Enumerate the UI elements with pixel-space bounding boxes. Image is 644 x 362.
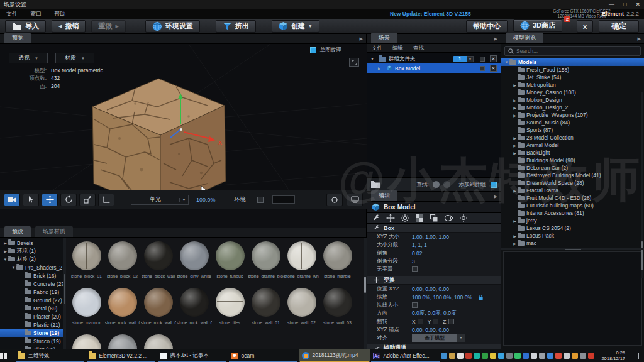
preset-tree-item[interactable]: ▶ 环境 (1) (0, 247, 63, 255)
model-tree-item[interactable]: DreamWorld Space (28) (501, 179, 644, 187)
fullscreen-button[interactable] (349, 58, 359, 67)
model-tree-item[interactable]: ▶ BackLight (501, 149, 644, 156)
material-sphere[interactable] (323, 241, 352, 270)
environment-color-swatch[interactable] (272, 195, 295, 204)
tab-model-browser[interactable]: 模型浏览 (506, 33, 543, 43)
taskbar-app[interactable]: 三维特效 (14, 349, 86, 362)
material-thumbnail[interactable]: stone_wall_02 (284, 286, 319, 332)
material-thumbnail[interactable]: stone_granite_bloc (248, 239, 284, 286)
ok-button[interactable]: 确定 (599, 20, 639, 33)
preset-tree-item[interactable]: ▶ Bevels (0, 239, 63, 247)
material-sphere[interactable] (287, 241, 316, 270)
material-thumbnail[interactable]: stone_tiles (212, 286, 248, 332)
material-thumbnail[interactable]: stone_marmor (69, 286, 104, 332)
material-thumbnail[interactable]: stone_block_02 (104, 239, 140, 286)
gear-effects-icon[interactable] (401, 214, 409, 222)
model-tree-item[interactable]: ▶ mac (501, 239, 644, 246)
normal-size-checkbox[interactable] (412, 302, 418, 308)
bevel-sphere-icon[interactable] (444, 214, 453, 222)
model-tree-item[interactable]: ▶ 28 Model Collection (501, 134, 644, 141)
axis-tool-button[interactable] (98, 194, 114, 206)
store-button[interactable]: 3D商店 (513, 19, 562, 32)
prop-value[interactable]: 0.00, 0.00, 0.00 (412, 327, 449, 333)
tree-arrow-icon[interactable]: ▼ (11, 266, 16, 270)
flip-z-checkbox[interactable] (448, 319, 454, 324)
notification-center-icon[interactable] (631, 353, 639, 359)
model-tree-item[interactable]: Fruit Model C4D - E3D (28) (501, 194, 644, 202)
flip-y-checkbox[interactable] (433, 319, 438, 324)
tab-scene-materials[interactable]: 场景材质 (35, 226, 73, 237)
model-tree-item[interactable]: ▼ Models (501, 58, 644, 66)
wrench-icon[interactable] (372, 214, 380, 222)
start-button[interactable] (0, 349, 7, 362)
material-thumbnail[interactable]: stone_rock_wall_0 (140, 286, 176, 332)
import-button[interactable]: 导入 (5, 20, 46, 33)
model-tree-item[interactable]: ▶ Animal Model (501, 141, 644, 149)
tray-icon[interactable] (572, 353, 578, 359)
tray-icon[interactable] (498, 353, 504, 359)
redo-button[interactable]: 重做▶ (91, 20, 125, 33)
maximize-button[interactable]: □ (623, 1, 626, 8)
tray-icon[interactable] (555, 353, 562, 359)
tree-arrow-icon[interactable]: ▶ (512, 151, 518, 155)
scene-model-row[interactable]: ▶ Box Model ✕ (367, 63, 501, 73)
model-tree-item[interactable]: ▶ Projectile_Weapons (107) (501, 111, 644, 119)
model-tree-item[interactable]: Jet_Strike (54) (501, 74, 644, 81)
preset-tree-item[interactable]: Plaster (20) (0, 312, 63, 321)
search-input[interactable] (516, 48, 623, 54)
preset-tree-item[interactable]: Stucco (19) (0, 337, 63, 345)
tree-arrow-icon[interactable]: ▶ (512, 106, 518, 110)
move-tool-button[interactable] (42, 194, 58, 206)
prop-value[interactable]: 0.0度, 0.0度, 0.0度 (412, 310, 456, 317)
minimize-button[interactable]: — (609, 1, 614, 8)
tray-icon[interactable] (457, 353, 464, 359)
tray-icon[interactable] (580, 353, 586, 359)
preset-tree-item[interactable]: ▼ Pro_Shaders_2 (0, 263, 63, 272)
panel-expander-icon[interactable]: ▶ (635, 36, 644, 43)
tree-arrow-icon[interactable]: ▼ (370, 57, 376, 61)
delete-model-button[interactable]: ✕ (490, 65, 497, 72)
rotate-tool-button[interactable] (60, 194, 77, 206)
tree-arrow-icon[interactable]: ▶ (512, 136, 518, 140)
model-tree-item[interactable]: Fresh_Food (158) (501, 66, 644, 74)
preset-tree-item[interactable]: Ground (27) (0, 296, 63, 304)
tray-icon[interactable] (441, 353, 447, 359)
tray-icon[interactable] (465, 353, 472, 359)
model-tree-item[interactable]: Destroyed Buildings Model (41) (501, 172, 644, 179)
material-thumbnail[interactable]: stone_rock_wall_0 (176, 286, 212, 332)
material-sphere[interactable] (216, 288, 245, 317)
draft-texture-checkbox[interactable] (310, 47, 316, 53)
display-options-button[interactable] (347, 194, 363, 206)
material-sphere[interactable] (144, 288, 173, 317)
preset-tree-item[interactable]: Plastic (21) (0, 321, 63, 329)
tree-arrow-icon[interactable]: ▶ (512, 83, 518, 87)
model-tree-item[interactable]: Lexus CS 2054 (2) (501, 224, 644, 232)
tray-icon[interactable] (514, 353, 521, 359)
tree-arrow-icon[interactable]: ▼ (504, 60, 509, 64)
view-mode-dropdown[interactable]: 透视▼ (9, 53, 48, 63)
material-thumbnail[interactable]: stone_block_wall (140, 239, 176, 286)
material-thumbnail[interactable]: stone_rock_wall_0 (104, 286, 140, 332)
tray-icon[interactable] (490, 353, 496, 359)
model-tree-item[interactable]: ▶ Metropolitan (501, 81, 644, 89)
taskbar-app[interactable]: 20181123跳坑.mp4 (299, 349, 370, 362)
panel-expander-icon[interactable]: ▶ (357, 36, 366, 43)
align-dropdown[interactable]: 基于模型▼ (412, 334, 465, 342)
group-count-badge[interactable]: 1 (453, 56, 467, 62)
environment-setup-button[interactable]: 环境设置 (145, 20, 200, 33)
group-count-dropdown[interactable]: ▼ (467, 56, 474, 62)
material-thumbnail[interactable]: stone_marble (319, 239, 355, 286)
preset-tree-item[interactable]: Fabric (19) (0, 288, 63, 296)
texture-checker-icon[interactable] (415, 214, 424, 222)
taskbar-app[interactable]: 脚本.txt - 记事本 (157, 349, 228, 362)
preset-tree-item[interactable]: Brick (16) (0, 272, 63, 280)
material-sphere[interactable] (144, 334, 173, 349)
tree-arrow-icon[interactable]: ▶ (512, 98, 518, 102)
tray-icon[interactable] (474, 353, 480, 359)
material-thumbnail[interactable]: stone_wall_01 (248, 286, 284, 332)
section-transform[interactable]: 变换 (367, 276, 501, 285)
find-previous-button[interactable] (433, 181, 440, 188)
tray-icon[interactable] (547, 353, 553, 359)
light-mode-dropdown[interactable]: 单光 ▼ (131, 195, 189, 205)
panel-divider[interactable] (501, 248, 644, 250)
